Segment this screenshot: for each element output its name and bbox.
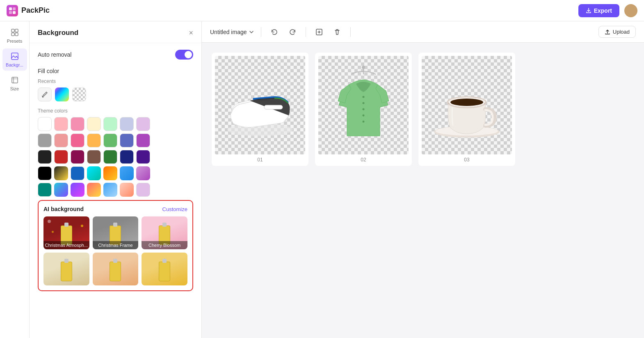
svg-rect-9 — [12, 77, 18, 83]
sidebar-item-background-label: Backgr... — [6, 62, 23, 67]
color-swatch-grad8[interactable] — [87, 183, 101, 197]
svg-point-20 — [363, 108, 365, 110]
workspace: Untitled image — [202, 21, 644, 338]
redo-button[interactable] — [286, 25, 299, 39]
coffee-image — [426, 64, 508, 146]
auto-removal-row: Auto removal — [38, 50, 193, 60]
svg-rect-15 — [264, 105, 283, 109]
color-swatch-dkgreen[interactable] — [103, 150, 117, 164]
svg-rect-6 — [11, 33, 14, 36]
color-swatch-grad2[interactable] — [87, 166, 101, 180]
size-icon — [10, 76, 19, 85]
image-card-01[interactable]: 01 — [212, 53, 308, 166]
user-avatar[interactable] — [624, 4, 637, 17]
color-swatch-purple2[interactable] — [136, 133, 150, 147]
color-swatch-blue1[interactable] — [120, 117, 134, 131]
ai-bg-item-row2-3[interactable] — [142, 253, 187, 285]
color-swatch-orange1[interactable] — [87, 133, 101, 147]
toolbar-divider-3 — [350, 27, 351, 37]
logo-text: PackPic — [21, 6, 50, 15]
image-card-02[interactable]: 02 — [315, 53, 412, 166]
color-swatch-grad4[interactable] — [120, 166, 134, 180]
color-swatch-blue2[interactable] — [120, 133, 134, 147]
image-thumb-01 — [215, 56, 305, 154]
image-card-03[interactable]: 03 — [418, 53, 515, 166]
color-swatch-teal[interactable] — [38, 183, 52, 197]
svg-rect-1 — [13, 7, 16, 10]
color-swatch-grad1[interactable] — [54, 166, 68, 180]
color-swatch-grad9[interactable] — [103, 183, 117, 197]
color-swatch-black[interactable] — [38, 150, 52, 164]
panel-body: Auto removal Fill color Recents — [30, 43, 201, 298]
panel-header: Background × — [30, 21, 201, 43]
color-picker-button[interactable] — [38, 87, 52, 101]
color-swatch-dkblue[interactable] — [120, 150, 134, 164]
image-thumb-02 — [318, 56, 409, 154]
zoom-fit-button[interactable] — [313, 25, 326, 39]
svg-point-17 — [362, 66, 365, 69]
workspace-toolbar: Untitled image — [202, 21, 644, 43]
header-actions: Export — [578, 4, 637, 17]
ai-bg-item-christmas-frame[interactable]: Christmas Frame — [93, 216, 139, 249]
customize-button[interactable]: Customize — [162, 206, 187, 212]
transparent-color-swatch[interactable] — [72, 87, 86, 101]
panel-close-button[interactable]: × — [189, 29, 193, 37]
sidebar-item-size[interactable]: Size — [2, 72, 27, 94]
color-swatch-green2[interactable] — [103, 133, 117, 147]
toolbar-divider-2 — [306, 27, 306, 37]
eyedropper-icon — [41, 91, 48, 98]
svg-point-18 — [363, 96, 365, 98]
color-swatch-yellow[interactable] — [87, 117, 101, 131]
logo-icon — [7, 5, 18, 16]
color-swatch-purple1[interactable] — [136, 117, 150, 131]
auto-removal-label: Auto removal — [38, 51, 71, 58]
color-swatch-maroon[interactable] — [71, 150, 84, 164]
sidebar-item-presets[interactable]: Presets — [2, 25, 27, 47]
ai-bg-item-christmas-atm[interactable]: Christmas Atmosph... — [43, 216, 89, 249]
color-swatch-white[interactable] — [38, 117, 52, 131]
gradient-color-swatch[interactable] — [55, 87, 69, 101]
chevron-down-icon — [249, 29, 254, 35]
color-swatch-pink3[interactable] — [71, 133, 84, 147]
ai-bg-item-cherry-blossom[interactable]: Cherry Blossom — [142, 216, 187, 249]
undo-button[interactable] — [268, 25, 281, 39]
color-swatch-grad10[interactable] — [120, 183, 134, 197]
upload-icon — [605, 29, 610, 35]
color-swatch-red2[interactable] — [54, 150, 68, 164]
delete-button[interactable] — [331, 25, 344, 39]
svg-rect-8 — [11, 53, 18, 60]
sidebar-item-background[interactable]: Backgr... — [2, 48, 27, 71]
color-swatch-grad7[interactable] — [71, 183, 84, 197]
auto-removal-toggle[interactable] — [175, 50, 193, 60]
color-swatch-gray[interactable] — [38, 133, 52, 147]
color-swatch-pink1[interactable] — [54, 117, 68, 131]
main-layout: Presets Backgr... Size Background × Aut — [0, 21, 644, 338]
recents-label: Recents — [38, 78, 193, 84]
sidebar-item-size-label: Size — [10, 86, 19, 91]
fill-color-label: Fill color — [38, 68, 193, 74]
ai-bg-label-christmas-frame: Christmas Frame — [93, 241, 139, 249]
color-swatch-grad5[interactable] — [136, 166, 150, 180]
color-swatch-green1[interactable] — [103, 117, 117, 131]
svg-point-21 — [363, 115, 365, 117]
color-swatch-brown[interactable] — [87, 150, 101, 164]
svg-rect-3 — [13, 11, 16, 14]
ai-bg-item-row2-1[interactable] — [43, 253, 89, 285]
color-swatch-dkpurple[interactable] — [136, 150, 150, 164]
color-swatch-black2[interactable] — [38, 166, 52, 180]
color-swatch-pink2[interactable] — [71, 117, 84, 131]
image-label-01: 01 — [257, 157, 263, 164]
export-icon — [586, 8, 591, 14]
color-swatch-navy[interactable] — [71, 166, 84, 180]
ai-bg-item-row2-2[interactable] — [93, 253, 139, 285]
shoe-image — [221, 70, 299, 140]
document-name[interactable]: Untitled image — [210, 29, 254, 35]
logo: PackPic — [7, 5, 50, 16]
color-swatch-grad3[interactable] — [103, 166, 117, 180]
color-swatch-grad6[interactable] — [54, 183, 68, 197]
color-swatch-red1[interactable] — [54, 133, 68, 147]
color-swatch-purple1b[interactable] — [136, 183, 150, 197]
export-button[interactable]: Export — [578, 4, 619, 17]
upload-button[interactable]: Upload — [598, 26, 636, 38]
svg-rect-2 — [9, 11, 12, 14]
